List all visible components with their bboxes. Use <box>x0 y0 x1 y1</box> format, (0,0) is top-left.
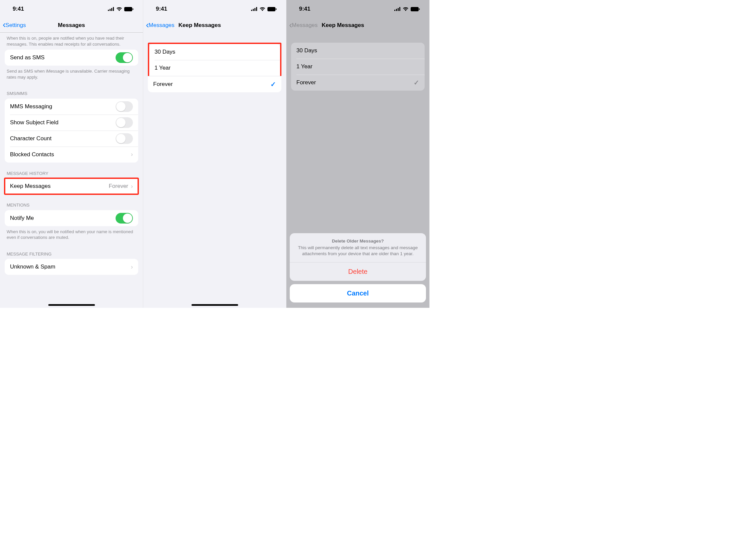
svg-rect-1 <box>110 9 111 11</box>
back-label: Settings <box>5 22 26 29</box>
screen-keep-messages-sheet: 9:41 ‹ Messages Keep Messages 30 Days 1 … <box>286 0 430 308</box>
row-label: Keep Messages <box>10 183 51 190</box>
svg-rect-11 <box>276 8 276 10</box>
action-sheet: Delete Older Messages? This will permane… <box>290 233 426 302</box>
svg-rect-14 <box>398 8 399 11</box>
checkmark-icon: ✓ <box>270 80 276 88</box>
status-indicators <box>394 7 420 11</box>
back-button[interactable]: ‹ Settings <box>3 21 26 29</box>
notify-row[interactable]: Notify Me <box>5 210 138 226</box>
delete-button[interactable]: Delete <box>290 262 426 281</box>
send-sms-footer: Send as SMS when iMessage is unavailable… <box>0 66 143 83</box>
back-button: ‹ Messages <box>289 21 318 30</box>
svg-rect-16 <box>411 7 419 11</box>
svg-rect-9 <box>256 7 257 11</box>
wifi-icon <box>403 7 409 11</box>
nav-title: Keep Messages <box>179 22 221 29</box>
row-label: 1 Year <box>296 63 312 70</box>
row-label: Notify Me <box>10 215 34 222</box>
mms-toggle[interactable] <box>116 101 133 112</box>
option-forever[interactable]: Forever ✓ <box>148 76 281 92</box>
subject-row[interactable]: Show Subject Field <box>5 115 138 131</box>
row-label: Character Count <box>10 135 52 142</box>
svg-rect-13 <box>396 9 397 11</box>
send-sms-row[interactable]: Send as SMS <box>5 50 138 66</box>
mentions-header: MENTIONS <box>0 194 143 210</box>
battery-icon <box>124 7 134 11</box>
row-label: 30 Days <box>155 49 175 55</box>
back-label: Messages <box>149 22 174 29</box>
svg-rect-10 <box>267 7 275 11</box>
row-label: Forever <box>153 81 173 88</box>
chevron-right-icon: › <box>131 264 133 270</box>
status-time: 9:41 <box>13 6 24 12</box>
row-label: Forever <box>296 79 316 86</box>
sheet-header: Delete Older Messages? This will permane… <box>290 233 426 262</box>
option-30-days: 30 Days <box>291 43 425 59</box>
charcount-row[interactable]: Character Count <box>5 131 138 147</box>
status-indicators <box>108 7 134 11</box>
cellular-icon <box>108 7 114 11</box>
mentions-group: Notify Me <box>5 210 138 226</box>
home-indicator <box>191 304 238 306</box>
send-sms-toggle[interactable] <box>116 52 133 63</box>
nav-bar: ‹ Settings Messages <box>0 18 143 33</box>
filter-group: Unknown & Spam › <box>5 259 138 275</box>
row-label: MMS Messaging <box>10 103 52 110</box>
wifi-icon <box>116 7 122 11</box>
battery-icon <box>267 7 277 11</box>
keep-messages-value: Forever <box>109 183 128 190</box>
svg-rect-15 <box>399 7 400 11</box>
notify-toggle[interactable] <box>116 213 133 224</box>
nav-bar: ‹ Messages Keep Messages <box>143 18 286 33</box>
wifi-icon <box>259 7 265 11</box>
sms-header: SMS/MMS <box>0 83 143 99</box>
notify-footer: When this is on, you will be notified wh… <box>0 226 143 243</box>
option-30-days[interactable]: 30 Days <box>149 44 280 60</box>
back-label: Messages <box>292 22 317 29</box>
keep-messages-group: Keep Messages Forever › <box>5 178 138 194</box>
svg-rect-17 <box>419 8 420 10</box>
status-bar: 9:41 <box>0 0 143 18</box>
option-1-year[interactable]: 1 Year <box>149 60 280 76</box>
svg-rect-4 <box>124 7 132 11</box>
charcount-toggle[interactable] <box>116 133 133 144</box>
status-time: 9:41 <box>299 6 310 12</box>
status-bar: 9:41 <box>143 0 286 18</box>
svg-rect-12 <box>394 10 395 11</box>
battery-icon <box>411 7 420 11</box>
back-button[interactable]: ‹ Messages <box>146 21 175 30</box>
content: When this is on, people are notified whe… <box>0 33 143 275</box>
blocked-row[interactable]: Blocked Contacts › <box>5 147 138 163</box>
keep-messages-row[interactable]: Keep Messages Forever › <box>5 178 138 194</box>
mms-row[interactable]: MMS Messaging <box>5 99 138 115</box>
status-indicators <box>251 7 277 11</box>
svg-rect-3 <box>113 7 114 11</box>
row-label: Blocked Contacts <box>10 151 54 158</box>
screen-keep-messages: 9:41 ‹ Messages Keep Messages 30 Days 1 … <box>143 0 286 308</box>
svg-rect-8 <box>254 8 255 11</box>
send-sms-group: Send as SMS <box>5 50 138 66</box>
sheet-main: Delete Older Messages? This will permane… <box>290 233 426 281</box>
chevron-right-icon: › <box>131 183 133 190</box>
cellular-icon <box>251 7 257 11</box>
cancel-button[interactable]: Cancel <box>290 284 426 302</box>
status-bar: 9:41 <box>286 0 429 18</box>
row-label: 30 Days <box>296 47 317 54</box>
chevron-right-icon: › <box>131 151 133 158</box>
options-group: 30 Days 1 Year Forever ✓ <box>291 43 425 91</box>
svg-rect-7 <box>253 9 254 11</box>
highlighted-options: 30 Days 1 Year <box>148 43 281 76</box>
row-label: Send as SMS <box>10 54 45 61</box>
nav-title: Messages <box>58 22 85 29</box>
svg-rect-5 <box>133 8 133 10</box>
row-label: Show Subject Field <box>10 119 59 126</box>
subject-toggle[interactable] <box>116 117 133 128</box>
unknown-spam-row[interactable]: Unknown & Spam › <box>5 259 138 275</box>
sms-group: MMS Messaging Show Subject Field Charact… <box>5 99 138 163</box>
nav-bar: ‹ Messages Keep Messages <box>286 18 429 33</box>
svg-rect-2 <box>111 8 112 11</box>
sheet-title: Delete Older Messages? <box>296 239 419 244</box>
row-label: 1 Year <box>155 65 171 71</box>
screen-messages-settings: 9:41 ‹ Settings Messages When this is on… <box>0 0 143 308</box>
